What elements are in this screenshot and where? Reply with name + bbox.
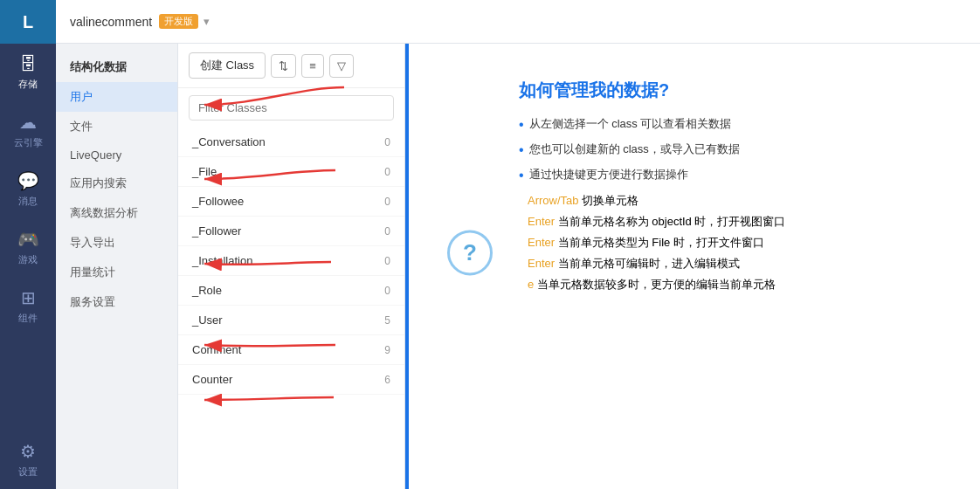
class-count: 0 <box>384 285 390 297</box>
class-count: 0 <box>384 225 390 238</box>
filter-button[interactable]: ▽ <box>329 54 354 78</box>
game-icon: 🎮 <box>17 229 39 250</box>
shortcut-item: Enter 当前单元格名称为 objectId 时，打开视图窗口 <box>528 214 936 230</box>
sidebar-item-message[interactable]: 💬 消息 <box>0 160 56 218</box>
message-icon: 💬 <box>17 170 39 191</box>
accent-bar <box>405 44 409 489</box>
help-item: 从左侧选择一个 class 可以查看相关数据 <box>519 116 936 134</box>
icon-sidebar-bottom: ⚙ 设置 <box>18 430 38 489</box>
class-name: _Follower <box>192 224 241 238</box>
class-list: _Conversation 0 _File 0 _Followee 0 _Fol… <box>178 127 404 489</box>
chevron-down-icon[interactable]: ▾ <box>204 15 210 28</box>
class-list-item[interactable]: Comment 9 <box>178 335 404 365</box>
class-count: 0 <box>384 196 390 208</box>
filter-icon: ▽ <box>337 59 346 72</box>
class-name: Counter <box>192 373 232 386</box>
class-count: 0 <box>384 136 390 148</box>
sidebar-item-label: 设置 <box>18 465 38 479</box>
nav-item-servicesettings[interactable]: 服务设置 <box>56 287 177 317</box>
class-panel: 创建 Class ⇅ ≡ ▽ _Conversation 0 <box>178 44 405 489</box>
help-title: 如何管理我的数据? <box>519 79 936 102</box>
storage-icon: 🗄 <box>19 54 37 74</box>
class-count: 9 <box>384 344 390 356</box>
class-list-item[interactable]: Counter 6 <box>178 365 404 395</box>
class-count: 0 <box>384 255 390 267</box>
app-tag: 开发版 <box>159 14 198 29</box>
cloud-icon: ☁ <box>19 112 37 133</box>
nav-sidebar-title: 结构化数据 <box>56 52 177 82</box>
nav-sidebar: 结构化数据 用户 文件 LiveQuery 应用内搜索 离线数据分析 导入导出 … <box>56 44 178 489</box>
class-panel-header: 创建 Class ⇅ ≡ ▽ <box>178 44 404 88</box>
top-bar: valinecomment 开发版 ▾ <box>56 0 980 44</box>
class-count: 5 <box>384 314 390 327</box>
app-name: valinecomment <box>70 15 152 29</box>
main-content: ? 如何管理我的数据? 从左侧选择一个 class 可以查看相关数据 您也可以创… <box>405 44 980 489</box>
shortcut-item: Enter 当前单元格可编辑时，进入编辑模式 <box>528 256 936 272</box>
class-list-item[interactable]: _Role 0 <box>178 276 404 306</box>
sidebar-item-settings[interactable]: ⚙ 设置 <box>18 430 38 489</box>
nav-item-file[interactable]: 文件 <box>56 112 177 141</box>
sort-icon: ⇅ <box>279 59 288 72</box>
nav-item-import[interactable]: 导入导出 <box>56 228 177 258</box>
sidebar-item-storage[interactable]: 🗄 存储 <box>0 44 56 101</box>
settings-icon: ⚙ <box>20 441 36 462</box>
sidebar-item-label: 云引擎 <box>14 136 43 149</box>
class-name: _User <box>192 313 223 327</box>
nav-item-offlinedata[interactable]: 离线数据分析 <box>56 198 177 228</box>
class-list-item[interactable]: _Conversation 0 <box>178 127 404 157</box>
nav-item-user[interactable]: 用户 <box>56 82 177 112</box>
class-name: _Followee <box>192 195 244 208</box>
class-list-item[interactable]: _Installation 0 <box>178 246 404 276</box>
order-button[interactable]: ≡ <box>301 54 324 78</box>
sidebar-item-game[interactable]: 🎮 游戏 <box>0 218 56 277</box>
class-name: Comment <box>192 343 241 356</box>
shortcut-list: Arrow/Tab 切换单元格 Enter 当前单元格名称为 objectId … <box>519 193 936 293</box>
class-list-item[interactable]: _Follower 0 <box>178 217 404 246</box>
class-list-item[interactable]: _File 0 <box>178 157 404 187</box>
order-icon: ≡ <box>309 59 316 72</box>
nav-item-usage[interactable]: 用量统计 <box>56 258 177 287</box>
create-class-button[interactable]: 创建 Class <box>189 52 266 79</box>
class-name: _File <box>192 165 217 178</box>
class-list-item[interactable]: _User 5 <box>178 306 404 335</box>
app-logo[interactable]: L <box>0 0 56 44</box>
class-name: _Installation <box>192 254 252 267</box>
shortcut-item: e 当单元格数据较多时，更方便的编辑当前单元格 <box>528 277 936 293</box>
sidebar-item-component[interactable]: ⊞ 组件 <box>0 277 56 335</box>
help-item: 通过快捷键更方便进行数据操作 <box>519 167 936 185</box>
sidebar-item-cloud[interactable]: ☁ 云引擎 <box>0 101 56 160</box>
sidebar-item-label: 存储 <box>18 78 38 91</box>
shortcut-item: Arrow/Tab 切换单元格 <box>528 193 936 209</box>
sidebar-item-label: 消息 <box>18 195 38 208</box>
icon-sidebar: L 🗄 存储 ☁ 云引擎 💬 消息 🎮 游戏 ⊞ 组件 ⚙ 设置 <box>0 0 56 489</box>
class-name: _Role <box>192 284 222 297</box>
help-item: 您也可以创建新的 class，或导入已有数据 <box>519 141 936 160</box>
sidebar-item-label: 游戏 <box>18 253 38 266</box>
help-box: 如何管理我的数据? 从左侧选择一个 class 可以查看相关数据 您也可以创建新… <box>519 79 936 293</box>
shortcut-item: Enter 当前单元格类型为 File 时，打开文件窗口 <box>528 235 936 251</box>
class-count: 6 <box>384 374 390 386</box>
sort-button[interactable]: ⇅ <box>271 54 296 78</box>
sidebar-item-label: 组件 <box>18 312 38 325</box>
class-list-item[interactable]: _Followee 0 <box>178 187 404 217</box>
class-name: _Conversation <box>192 135 266 148</box>
class-count: 0 <box>384 166 390 178</box>
component-icon: ⊞ <box>21 287 36 308</box>
nav-item-appsearch[interactable]: 应用内搜索 <box>56 169 177 198</box>
help-list: 从左侧选择一个 class 可以查看相关数据 您也可以创建新的 class，或导… <box>519 116 936 184</box>
nav-item-livequery[interactable]: LiveQuery <box>56 141 177 169</box>
class-filter-input[interactable] <box>189 95 394 121</box>
help-icon: ? <box>447 230 493 275</box>
